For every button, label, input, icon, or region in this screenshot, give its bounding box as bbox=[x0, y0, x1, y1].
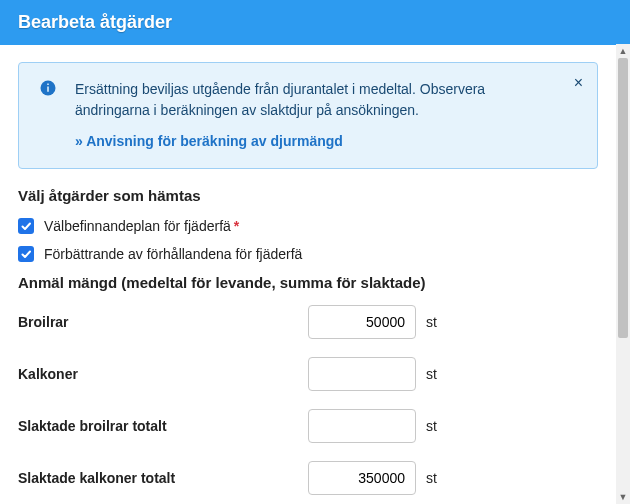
checkbox-label: Välbefinnandeplan för fjäderfä* bbox=[44, 218, 239, 234]
content-scroll[interactable]: × Ersättning beviljas utgående från djur… bbox=[0, 44, 616, 504]
scrollbar-track[interactable]: ▲ ▼ bbox=[616, 44, 630, 504]
info-alert: × Ersättning beviljas utgående från djur… bbox=[18, 62, 598, 169]
required-marker: * bbox=[234, 218, 239, 234]
field-row-kalkoner: Kalkoner st bbox=[18, 357, 598, 391]
info-icon bbox=[39, 79, 57, 97]
select-actions-title: Välj åtgärder som hämtas bbox=[18, 187, 598, 204]
scrollbar-thumb[interactable] bbox=[618, 58, 628, 338]
field-row-slaktade-kalkoner: Slaktade kalkoner totalt st bbox=[18, 461, 598, 495]
svg-rect-2 bbox=[47, 84, 49, 86]
input-broilrar[interactable] bbox=[308, 305, 416, 339]
checkbox-row: Välbefinnandeplan för fjäderfä* bbox=[18, 218, 598, 234]
checkbox-improve-conditions[interactable] bbox=[18, 246, 34, 262]
unit-label: st bbox=[426, 470, 437, 486]
svg-rect-1 bbox=[47, 87, 49, 92]
scroll-up-icon[interactable]: ▲ bbox=[616, 44, 630, 58]
dialog-title: Bearbeta åtgärder bbox=[18, 12, 172, 32]
checkbox-wellbeing-plan[interactable] bbox=[18, 218, 34, 234]
alert-text: Ersättning beviljas utgående från djuran… bbox=[75, 79, 557, 121]
input-kalkoner[interactable] bbox=[308, 357, 416, 391]
field-label: Kalkoner bbox=[18, 366, 308, 382]
unit-label: st bbox=[426, 366, 437, 382]
input-slaktade-broilrar[interactable] bbox=[308, 409, 416, 443]
close-icon[interactable]: × bbox=[574, 75, 583, 91]
checkbox-row: Förbättrande av förhållandena för fjäder… bbox=[18, 246, 598, 262]
unit-label: st bbox=[426, 314, 437, 330]
unit-label: st bbox=[426, 418, 437, 434]
field-row-broilrar: Broilrar st bbox=[18, 305, 598, 339]
field-label: Slaktade kalkoner totalt bbox=[18, 470, 308, 486]
input-slaktade-kalkoner[interactable] bbox=[308, 461, 416, 495]
scroll-down-icon[interactable]: ▼ bbox=[616, 490, 630, 504]
field-label: Broilrar bbox=[18, 314, 308, 330]
alert-link[interactable]: » Anvisning för beräkning av djurmängd bbox=[75, 131, 343, 152]
field-row-slaktade-broilrar: Slaktade broilrar totalt st bbox=[18, 409, 598, 443]
report-amount-title: Anmäl mängd (medeltal för levande, summa… bbox=[18, 274, 598, 291]
checkbox-label: Förbättrande av förhållandena för fjäder… bbox=[44, 246, 302, 262]
dialog-header: Bearbeta åtgärder bbox=[0, 0, 630, 45]
field-label: Slaktade broilrar totalt bbox=[18, 418, 308, 434]
